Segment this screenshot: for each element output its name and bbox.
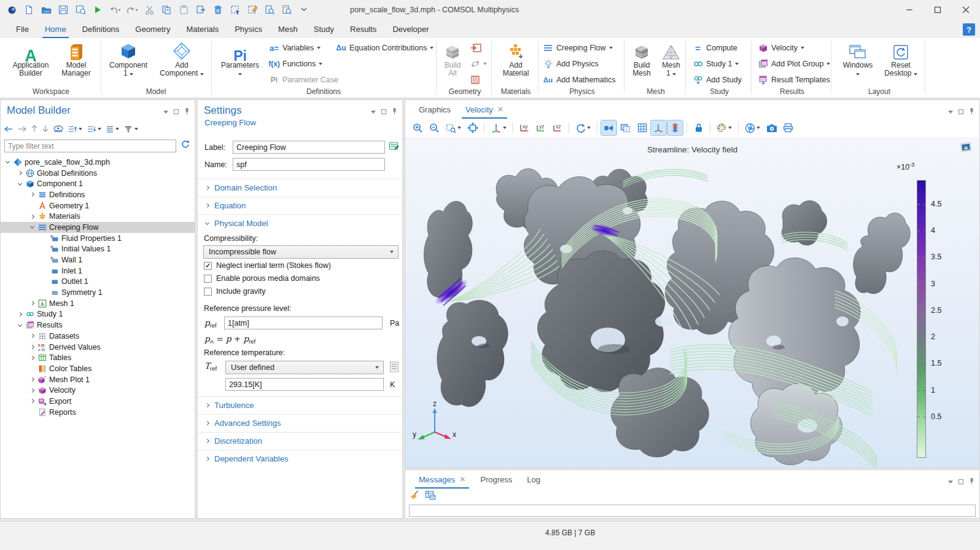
tree-item-wall[interactable]: DWall 1 [1,254,195,265]
section-advanced-settings[interactable]: Advanced Settings [198,414,402,431]
zoom-extents-icon[interactable] [465,120,480,135]
save-as-icon[interactable] [74,3,87,17]
chevron-expanded-icon[interactable] [4,161,10,163]
select-box-icon[interactable] [228,3,242,17]
checkbox-neglect-inertial[interactable]: ✓Neglect inertial term (Stokes flow) [204,261,331,270]
panel-float-icon[interactable] [381,109,386,114]
run-icon[interactable] [91,3,104,17]
menu-file[interactable]: File [16,25,29,34]
environment-reflections-icon[interactable] [742,120,763,135]
pref-input[interactable] [224,316,383,329]
study1-button[interactable]: Study 1 [693,57,739,71]
tree-item-derived-values[interactable]: 8.85e-12Derived Values [1,342,195,353]
tree-item-symmetry[interactable]: Symmetry 1 [1,287,195,298]
add-mathematics-button[interactable]: Δu Add Mathematics [543,73,616,87]
chevron-collapsed-icon[interactable] [29,334,35,337]
build-mesh-button[interactable]: BuildMesh [628,41,656,77]
menu-developer[interactable]: Developer [392,25,429,34]
menu-mesh[interactable]: Mesh [278,25,298,34]
view-xy-icon[interactable]: xy [516,120,532,135]
tree-item-root[interactable]: pore_scale_flow_3d.mph [1,157,195,168]
filter-funnel-icon[interactable] [124,125,138,133]
section-turbulence[interactable]: Turbulence [198,396,402,413]
zoom-out-icon[interactable] [427,120,442,135]
parameters-button[interactable]: Pi Parameters [216,41,264,77]
add-study-button[interactable]: Add Study [693,73,742,87]
close-tab-icon[interactable]: ✕ [459,475,465,484]
menu-geometry[interactable]: Geometry [135,25,170,34]
chevron-collapsed-icon[interactable] [29,356,35,359]
snapshot-camera-icon[interactable] [764,120,779,135]
chevron-collapsed-icon[interactable] [17,313,23,316]
checkbox-icon[interactable]: ✓ [204,262,212,270]
tree-item-datasets[interactable]: Datasets [1,331,195,342]
checkbox-porous-media[interactable]: ✓Enable porous media domains [204,274,320,283]
label-input[interactable] [233,141,385,154]
copy-icon[interactable] [160,3,173,17]
add-component-button[interactable]: AddComponent [155,41,209,77]
color-legend-toggle[interactable] [667,120,683,135]
parameter-case-button[interactable]: Pi Parameter Case [269,73,338,87]
qat-customize-chevron-icon[interactable] [297,3,311,17]
tree-item-tables[interactable]: Tables [1,352,195,363]
compressibility-dropdown[interactable]: Incompressible flow [203,245,399,259]
application-builder-button[interactable]: A ApplicationBuilder [7,41,54,77]
delete-icon[interactable] [211,3,225,17]
view-xz-icon[interactable]: xz [550,120,565,135]
tree-item-initial-values[interactable]: DInitial Values 1 [1,244,195,255]
tree-item-materials[interactable]: Materials [1,211,195,222]
redo-icon[interactable] [125,3,139,17]
physics-interface-button[interactable]: Creeping Flow [543,41,613,55]
close-tab-icon[interactable]: ✕ [497,105,504,114]
tree-item-outlet[interactable]: Outlet 1 [1,277,195,288]
windows-button[interactable]: Windows [839,41,877,77]
section-discretization[interactable]: Discretization [198,432,402,449]
plot-window-indicator-icon[interactable] [960,142,972,155]
zoom-in-icon[interactable] [410,120,426,135]
graphics-viewport[interactable]: Streamline: Velocity field ×10-3 4.5 4 3… [405,137,979,468]
tree-item-definitions[interactable]: Definitions [1,189,195,200]
chevron-collapsed-icon[interactable] [29,215,35,218]
grid-toggle[interactable] [634,120,650,135]
axis-orientation-toggle[interactable] [651,120,666,135]
tree-item-velocity[interactable]: Velocity [1,385,195,396]
section-dependent-variables[interactable]: Dependent Variables [198,450,402,466]
tree-item-export[interactable]: Export [1,396,195,407]
nav-back-icon[interactable] [4,124,13,135]
duplicate-icon[interactable] [194,3,208,17]
maximize-button[interactable] [924,0,952,20]
panel-pin-icon[interactable] [969,106,974,117]
find-replace-icon[interactable] [280,3,294,17]
geometry-import-button[interactable] [470,41,481,55]
new-file-icon[interactable] [22,3,36,17]
tree-item-color-tables[interactable]: Color Tables [1,363,195,374]
undo-icon[interactable] [108,3,122,17]
chevron-collapsed-icon[interactable] [29,193,35,196]
tree-item-mesh1[interactable]: Mesh 1 [1,298,195,309]
functions-button[interactable]: f(x) Functions [269,57,322,71]
table-messages-icon[interactable] [425,490,435,502]
tree-item-results[interactable]: Results [1,320,195,331]
open-file-icon[interactable] [39,3,53,17]
checkbox-icon[interactable]: ✓ [204,275,212,283]
menu-definitions[interactable]: Definitions [82,25,120,34]
panel-menu-icon[interactable] [948,481,953,484]
tab-velocity[interactable]: Velocity✕ [459,100,510,119]
compute-button[interactable]: = Compute [693,41,737,55]
chevron-collapsed-icon[interactable] [29,399,35,403]
menu-results[interactable]: Results [350,25,376,34]
section-domain-selection[interactable]: Domain Selection [198,179,402,195]
scene-light-toggle[interactable] [601,120,616,135]
chevron-collapsed-icon[interactable] [29,345,35,348]
panel-menu-icon[interactable] [163,111,168,114]
clear-messages-broom-icon[interactable] [410,490,420,502]
add-physics-button[interactable]: Add Physics [543,57,599,71]
tree-item-inlet[interactable]: Inlet 1 [1,265,195,277]
model-manager-button[interactable]: ModelManager [55,41,97,77]
tree-item-global-definitions[interactable]: Global Definitions [1,168,195,179]
menu-home[interactable]: Home [45,25,66,34]
chevron-collapsed-icon[interactable] [29,378,35,381]
save-icon[interactable] [56,3,70,17]
chevron-expanded-icon[interactable] [29,226,35,228]
tab-progress[interactable]: Progress [474,470,518,489]
